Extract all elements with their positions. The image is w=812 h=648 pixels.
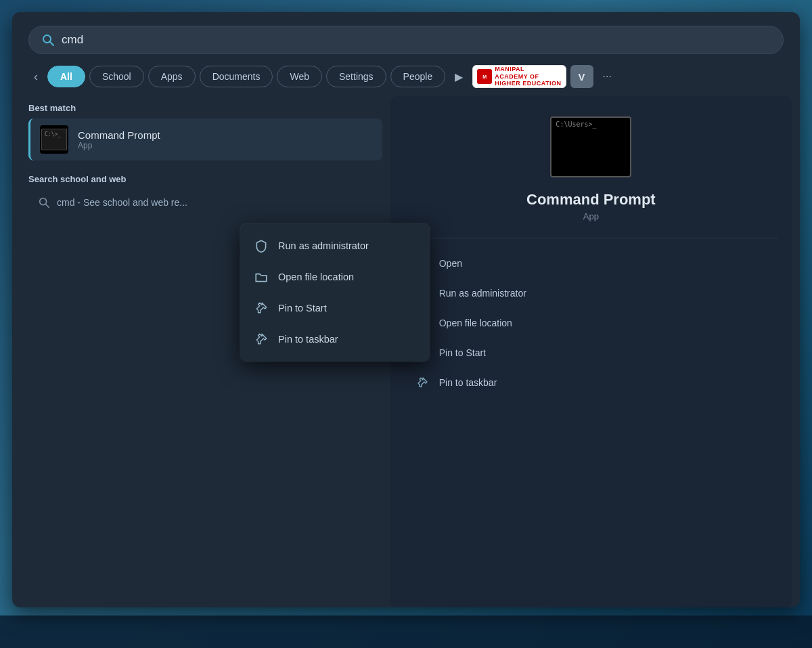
ctx-open-location[interactable]: Open file location bbox=[240, 261, 430, 293]
web-search-item[interactable]: cmd - See school and web re... bbox=[28, 190, 382, 215]
tab-school[interactable]: School bbox=[89, 66, 144, 87]
search-web-section: Search school and web cmd - See school a… bbox=[28, 174, 382, 215]
svg-line-3 bbox=[46, 204, 49, 208]
divider bbox=[404, 238, 778, 238]
match-info: Command Prompt App bbox=[78, 129, 160, 150]
filter-tabs: ‹ All School Apps Documents Web Settings… bbox=[12, 62, 800, 96]
pin-start-label-right: Pin to Start bbox=[439, 347, 486, 358]
web-search-text: cmd - See school and web re... bbox=[57, 197, 187, 208]
ctx-pin-taskbar[interactable]: Pin to taskbar bbox=[240, 324, 430, 355]
best-match-item[interactable]: C:\>_ Command Prompt App bbox=[28, 118, 382, 160]
open-location-label-right: Open file location bbox=[439, 318, 512, 328]
ctx-open-location-label: Open file location bbox=[278, 272, 354, 282]
tab-settings[interactable]: Settings bbox=[326, 66, 386, 87]
right-action-pin-start[interactable]: Pin to Start bbox=[404, 339, 778, 367]
tab-people[interactable]: People bbox=[390, 66, 446, 87]
manipal-logo-icon: M bbox=[477, 69, 492, 84]
pin-taskbar-icon-right bbox=[415, 375, 430, 390]
shield-icon-ctx bbox=[254, 238, 269, 253]
right-action-open[interactable]: Open bbox=[404, 249, 778, 278]
tab-apps[interactable]: Apps bbox=[148, 66, 196, 87]
match-type: App bbox=[78, 141, 160, 150]
pin-icon-ctx-taskbar bbox=[254, 332, 269, 347]
tab-documents[interactable]: Documents bbox=[200, 66, 273, 87]
taskbar bbox=[0, 615, 812, 648]
pin-taskbar-label-right: Pin to taskbar bbox=[439, 377, 497, 388]
search-input[interactable]: cmd bbox=[62, 33, 771, 47]
ctx-pin-start[interactable]: Pin to Start bbox=[240, 293, 430, 324]
ctx-run-admin[interactable]: Run as administrator bbox=[240, 230, 430, 261]
right-panel: C:\Users>_ Command Prompt App Open bbox=[390, 96, 792, 607]
best-match-label: Best match bbox=[28, 103, 390, 113]
svg-line-1 bbox=[50, 42, 53, 45]
right-subtitle: App bbox=[583, 211, 599, 221]
action-list: Open Run as administrator bbox=[404, 249, 778, 397]
cmd-app-icon: C:\>_ bbox=[40, 125, 68, 154]
cmd-preview-image: C:\Users>_ bbox=[550, 116, 631, 177]
match-name: Command Prompt bbox=[78, 129, 160, 141]
right-action-pin-taskbar[interactable]: Pin to taskbar bbox=[404, 368, 778, 397]
scroll-right-button[interactable]: ▶ bbox=[449, 66, 468, 87]
manipal-logo-text: MANIPALACADEMY OFHIGHER EDUCATION bbox=[495, 66, 561, 87]
folder-icon-ctx bbox=[254, 269, 269, 284]
back-button[interactable]: ‹ bbox=[28, 66, 43, 88]
tab-all[interactable]: All bbox=[47, 66, 85, 87]
ctx-run-admin-label: Run as administrator bbox=[278, 240, 369, 251]
search-icon bbox=[41, 33, 55, 47]
right-title: Command Prompt bbox=[526, 191, 656, 209]
search-bar-area: cmd bbox=[12, 12, 800, 62]
search-bar: cmd bbox=[28, 26, 784, 54]
search-web-label: Search school and web bbox=[28, 174, 382, 184]
manipal-badge[interactable]: M MANIPALACADEMY OFHIGHER EDUCATION bbox=[472, 65, 566, 88]
open-label: Open bbox=[439, 258, 462, 269]
tab-web[interactable]: Web bbox=[277, 66, 322, 87]
svg-point-2 bbox=[40, 198, 47, 205]
right-action-open-location[interactable]: Open file location bbox=[404, 309, 778, 337]
web-search-icon bbox=[38, 196, 50, 209]
more-options-button[interactable]: ··· bbox=[597, 66, 617, 87]
pin-icon-ctx-start bbox=[254, 301, 269, 316]
run-admin-label-right: Run as administrator bbox=[439, 288, 526, 299]
right-action-run-admin[interactable]: Run as administrator bbox=[404, 279, 778, 307]
context-menu: Run as administrator Open file location … bbox=[240, 223, 430, 362]
ctx-pin-taskbar-label: Pin to taskbar bbox=[278, 334, 338, 345]
v-badge[interactable]: V bbox=[570, 65, 593, 88]
ctx-pin-start-label: Pin to Start bbox=[278, 303, 327, 314]
